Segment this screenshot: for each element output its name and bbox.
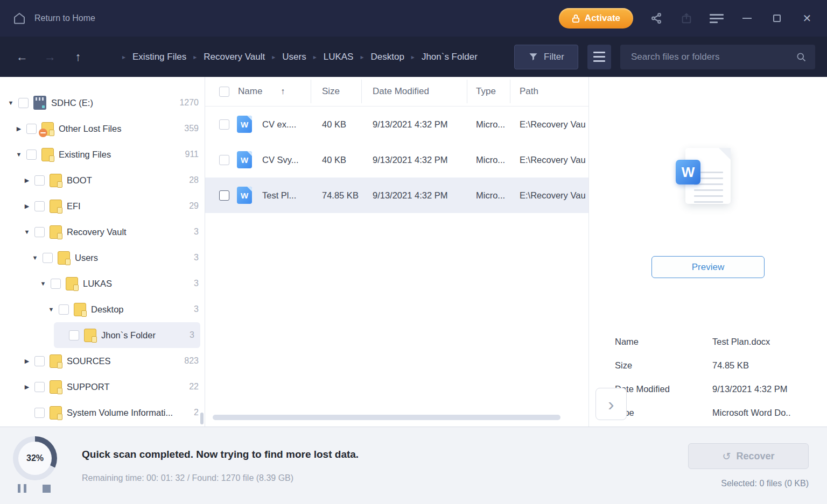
expand-arrow-icon[interactable]: ▶ xyxy=(23,203,31,210)
checkbox[interactable] xyxy=(26,150,37,160)
folder-icon xyxy=(50,354,62,368)
search-box[interactable] xyxy=(620,45,815,69)
file-type: Micro... xyxy=(467,155,510,165)
collapse-panel-button[interactable]: › xyxy=(595,388,627,420)
horizontal-scrollbar[interactable] xyxy=(213,415,560,420)
tree-item-sources[interactable]: ▶ SOURCES 823 xyxy=(0,348,205,374)
forward-button[interactable]: → xyxy=(43,50,57,64)
tree-item-support[interactable]: ▶ SUPPORT 22 xyxy=(0,374,205,400)
breadcrumb-item[interactable]: Desktop xyxy=(370,52,404,62)
collapse-arrow-icon[interactable]: ▼ xyxy=(39,280,47,287)
expand-arrow-icon[interactable]: ▶ xyxy=(23,384,31,391)
checkbox[interactable] xyxy=(219,155,229,165)
chevron-right-icon: ▸ xyxy=(360,53,363,61)
tree-item-jhons-folder[interactable]: ▶ Jhon`s Folder 3 xyxy=(54,322,200,348)
select-all-checkbox[interactable] xyxy=(219,87,229,97)
column-date-modified[interactable]: Date Modified xyxy=(373,86,429,97)
tree-item-count: 29 xyxy=(189,201,199,211)
file-path: E:\Recovery Vau xyxy=(510,155,588,165)
tree-item-users[interactable]: ▼ Users 3 xyxy=(0,245,205,271)
tree-item-other-lost-files[interactable]: ▶ Other Lost Files 359 xyxy=(0,116,205,141)
home-icon xyxy=(13,12,26,25)
expand-arrow-icon[interactable]: ▶ xyxy=(23,358,31,365)
checkbox[interactable] xyxy=(34,356,45,366)
tree-item-boot[interactable]: ▶ BOOT 28 xyxy=(0,167,205,193)
checkbox[interactable] xyxy=(26,124,37,134)
file-type: Micro... xyxy=(467,119,510,130)
tree-item-desktop[interactable]: ▼ Desktop 3 xyxy=(0,296,205,322)
filter-button[interactable]: Filter xyxy=(514,45,578,69)
recover-label: Recover xyxy=(736,451,774,462)
tree-item-system-volume-information[interactable]: ▶ System Volume Informati... 2 xyxy=(0,400,205,425)
breadcrumb-item[interactable]: LUKAS xyxy=(324,52,354,62)
checkbox[interactable] xyxy=(219,119,229,130)
checkbox[interactable] xyxy=(34,201,45,211)
search-icon[interactable] xyxy=(796,52,807,62)
breadcrumb-item[interactable]: Users xyxy=(282,52,306,62)
file-row[interactable]: W CV Svy... 40 KB 9/13/2021 4:32 PM Micr… xyxy=(205,142,588,178)
collapse-arrow-icon[interactable]: ▼ xyxy=(15,151,23,158)
close-button[interactable]: ✕ xyxy=(800,11,814,25)
chevron-right-icon: ▸ xyxy=(193,53,197,61)
up-button[interactable]: ↑ xyxy=(71,50,85,64)
collapse-arrow-icon[interactable]: ▼ xyxy=(23,229,31,235)
detail-value: Test Plan.docx xyxy=(712,337,770,347)
column-size[interactable]: Size xyxy=(322,86,340,97)
file-row[interactable]: W CV ex.... 40 KB 9/13/2021 4:32 PM Micr… xyxy=(205,107,588,142)
maximize-button[interactable] xyxy=(770,11,784,25)
checkbox[interactable] xyxy=(43,253,53,263)
sort-arrow-icon[interactable]: ↑ xyxy=(281,87,285,96)
export-icon[interactable] xyxy=(679,11,693,25)
checkbox[interactable] xyxy=(34,408,45,418)
view-options-button[interactable] xyxy=(587,45,611,69)
scan-status-message: Quick scan completed. Now trying to find… xyxy=(82,449,359,460)
minimize-button[interactable] xyxy=(740,11,754,25)
tree-item-count: 1270 xyxy=(179,98,199,108)
checkbox[interactable] xyxy=(18,98,29,108)
tree-item-lukas[interactable]: ▼ LUKAS 3 xyxy=(0,271,205,296)
column-path[interactable]: Path xyxy=(520,86,538,97)
detail-row: Size 74.85 KB xyxy=(615,353,822,377)
sidebar-scrollbar[interactable] xyxy=(200,413,204,424)
word-file-icon: W xyxy=(237,187,252,204)
checkbox[interactable] xyxy=(34,382,45,392)
checkbox[interactable] xyxy=(34,227,45,237)
tree-item-count: 3 xyxy=(194,227,199,237)
column-name[interactable]: Name xyxy=(238,86,262,97)
expand-arrow-icon[interactable]: ▶ xyxy=(23,177,31,184)
activate-button[interactable]: Activate xyxy=(559,8,633,29)
tree-item-label: Jhon`s Folder xyxy=(101,330,185,340)
collapse-arrow-icon[interactable]: ▼ xyxy=(6,100,15,106)
breadcrumb-item[interactable]: Existing Files xyxy=(132,52,186,62)
collapse-arrow-icon[interactable]: ▼ xyxy=(31,254,39,261)
share-button[interactable] xyxy=(649,11,663,25)
back-button[interactable]: ← xyxy=(15,50,29,64)
detail-value: 74.85 KB xyxy=(712,360,749,371)
recover-button[interactable]: ↺ Recover xyxy=(688,443,809,469)
breadcrumb-item[interactable]: Recovery Vault xyxy=(204,52,265,62)
return-home-button[interactable]: Return to Home xyxy=(13,12,95,25)
stop-scan-button[interactable] xyxy=(43,485,51,493)
breadcrumb-item[interactable]: Jhon`s Folder xyxy=(422,52,478,62)
preview-button[interactable]: Preview xyxy=(651,256,765,278)
scan-progress-ring: 32% xyxy=(13,436,57,480)
expand-arrow-icon[interactable]: ▶ xyxy=(15,125,23,132)
collapse-arrow-icon[interactable]: ▼ xyxy=(47,306,55,313)
tree-item-existing-files[interactable]: ▼ Existing Files 911 xyxy=(0,141,205,167)
tree-item-recovery-vault[interactable]: ▼ Recovery Vault 3 xyxy=(0,219,205,245)
scan-progress-percent: 32% xyxy=(26,453,44,463)
checkbox[interactable] xyxy=(219,190,229,201)
file-row-selected[interactable]: W Test Pl... 74.85 KB 9/13/2021 4:32 PM … xyxy=(205,178,588,213)
tree-item-efi[interactable]: ▶ EFI 29 xyxy=(0,193,205,219)
scan-status-detail: Remaining time: 00: 01: 32 / Found: 1270… xyxy=(82,473,293,483)
search-input[interactable] xyxy=(631,52,796,62)
tree-item-count: 359 xyxy=(184,124,199,133)
checkbox[interactable] xyxy=(51,279,61,289)
checkbox[interactable] xyxy=(34,175,45,186)
pause-scan-button[interactable] xyxy=(18,484,26,493)
menu-icon[interactable] xyxy=(710,11,724,25)
column-type[interactable]: Type xyxy=(476,86,496,97)
checkbox[interactable] xyxy=(59,304,69,315)
checkbox[interactable] xyxy=(69,330,79,340)
tree-item-sdhc[interactable]: ▼ SDHC (E:) 1270 xyxy=(0,90,205,116)
